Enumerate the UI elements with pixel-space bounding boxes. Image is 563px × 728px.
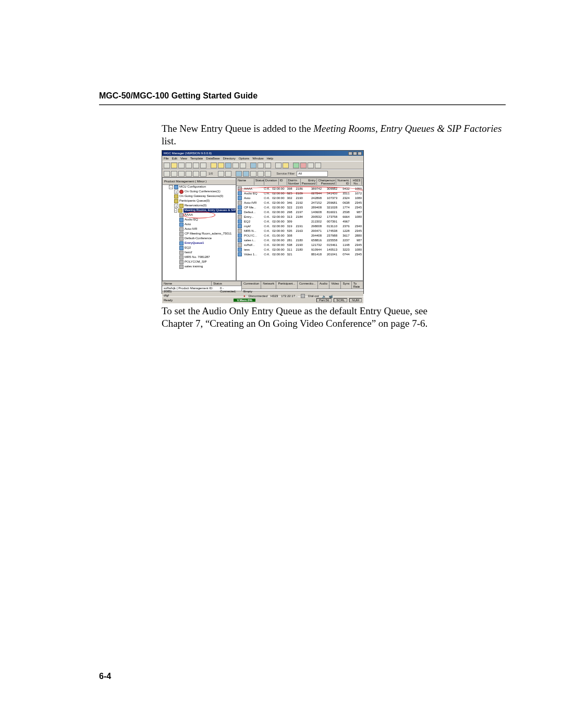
table-row[interactable]: EQ2O.K.02:00:003092115020073914967	[237, 219, 363, 224]
toolbar-button[interactable]	[200, 163, 206, 168]
toolbar-button[interactable]	[258, 171, 264, 177]
toolbar-button[interactable]	[293, 163, 299, 168]
menu-database[interactable]: DataBase	[206, 157, 219, 160]
room-icon	[179, 237, 183, 241]
doc-header-rule	[99, 104, 506, 105]
tree-item[interactable]: Participants Queue(0)	[163, 199, 236, 204]
toolbar-button[interactable]	[250, 171, 256, 177]
expand-icon[interactable]: +	[174, 190, 178, 194]
toolbar-button[interactable]	[236, 171, 242, 177]
page-number: 6-4	[99, 672, 111, 681]
tree-panel[interactable]: Product Management ( Minor ) − MCU Confi…	[162, 178, 236, 281]
tree-item[interactable]: MR5 No. 7081287	[163, 255, 236, 260]
toolbar-button[interactable]	[265, 163, 271, 168]
toolbar-button[interactable]	[193, 171, 199, 177]
toolbar-button[interactable]	[218, 163, 224, 168]
menu-help[interactable]: Help	[267, 157, 273, 160]
toolbar-button[interactable]	[193, 163, 199, 168]
menu-template[interactable]: Template	[190, 157, 203, 160]
maximize-button[interactable]	[353, 152, 357, 155]
paragraph-1: The New Entry Queue is added to the Meet…	[162, 122, 506, 147]
toolbar-button[interactable]	[186, 171, 192, 177]
toolbar-button[interactable]	[164, 163, 170, 168]
table-row[interactable]: CP Me...O.K.02:00:0032221932894083210281…	[237, 205, 363, 209]
toolbar-button[interactable]	[275, 163, 282, 168]
bottom-right-row[interactable]: Empty	[242, 289, 363, 293]
toolbar-button[interactable]	[186, 163, 192, 168]
toolbar-button[interactable]	[308, 163, 314, 168]
toolbar-button[interactable]	[178, 163, 185, 168]
menu-window[interactable]: Window	[252, 157, 263, 160]
bottom-left-row[interactable]: svfhsfvjk ( Product Management ID: 2085)…	[162, 286, 241, 293]
tree-item[interactable]: POLYCOM_SIP	[163, 260, 236, 265]
toolbar-filter-dropdown[interactable]: All	[297, 171, 328, 177]
minimize-button[interactable]	[348, 152, 352, 155]
tree-item[interactable]: sales training	[163, 265, 236, 269]
tree-item[interactable]: + On Going Conferences(1)	[163, 190, 236, 194]
toolbar-button[interactable]	[225, 171, 231, 177]
toolbar-button[interactable]	[171, 171, 177, 177]
toolbar-button[interactable]	[211, 163, 217, 168]
window-titlebar[interactable]: MGC Manager (VERSION 9.0.0.9)	[162, 151, 363, 156]
tree-item[interactable]: CP Meeting Room_adams_75011	[163, 232, 236, 237]
table-row[interactable]: tessO.K.02:00:00311218091094414051332231…	[237, 247, 363, 252]
tree-item-group-selected[interactable]: − Meeting Rooms, Entry Queues & SIP Fact…	[163, 208, 236, 213]
table-row[interactable]: Defaul...O.K.02:00:002982197140608816021…	[237, 209, 363, 214]
toolbar-button[interactable]	[265, 171, 271, 177]
toolbar-button[interactable]	[178, 171, 185, 177]
menu-bar[interactable]: File Edit View Template DataBase Directo…	[162, 156, 363, 161]
toolbar-button[interactable]	[200, 171, 206, 177]
tree-item[interactable]: Auto-IVR	[163, 227, 236, 232]
table-row[interactable]: MR5 N...O.K.02:00:0053521632904711745381…	[237, 228, 363, 233]
status-chip: SCRL	[334, 298, 347, 302]
table-panel[interactable]: Name Status Duration ID Dial-In Number E…	[236, 178, 363, 281]
mgc-manager-window: MGC Manager (VERSION 9.0.0.9) File Edit …	[162, 150, 364, 294]
toolbar-button[interactable]	[243, 171, 249, 177]
table-header-row: Name Status Duration ID Dial-In Number E…	[237, 178, 363, 186]
entryqueue-icon	[179, 218, 183, 222]
table-row[interactable]: Audio EQO.K.02:00:0032521890278445414503…	[237, 191, 363, 195]
bottom-left-panel: Name Status svfhsfvjk ( Product Manageme…	[162, 281, 242, 291]
tree-item[interactable]: fastcf	[163, 251, 236, 255]
tree-item[interactable]: Default-Conference	[163, 237, 236, 241]
toolbar-button[interactable]	[218, 171, 224, 177]
table-row[interactable]: mykfO.K.02:00:00319219129800801311023762…	[237, 224, 363, 228]
table-row[interactable]: AutoO.K.02:00:00302219024289810737323241…	[237, 195, 363, 200]
toolbar-button[interactable]	[300, 163, 307, 168]
toolbar-button[interactable]	[283, 163, 289, 168]
toolbar-button[interactable]	[315, 163, 321, 168]
tree-item[interactable]: AAAA	[163, 213, 236, 218]
tree-item[interactable]: Auto	[163, 223, 236, 227]
menu-file[interactable]: File	[164, 157, 169, 160]
toolbar-button[interactable]	[258, 163, 264, 168]
menu-view[interactable]: View	[180, 157, 187, 160]
toolbar-button[interactable]	[240, 163, 246, 168]
toolbar-button[interactable]	[225, 163, 231, 168]
toolbar-button[interactable]	[232, 163, 239, 168]
table-row[interactable]: svfhdf...O.K.02:00:005382190121732015461…	[237, 242, 363, 247]
toolbar-button[interactable]	[171, 163, 177, 168]
collapse-icon[interactable]: −	[174, 208, 177, 213]
tree-root[interactable]: − MCU Configuration	[163, 185, 236, 190]
expand-icon[interactable]: +	[174, 204, 178, 208]
tree-item[interactable]: EntryQueue1	[163, 241, 236, 246]
toolbar-button[interactable]	[164, 171, 170, 177]
close-button[interactable]	[358, 152, 362, 155]
tree-item[interactable]: On Going Gateway Sessions(0)	[163, 194, 236, 199]
table-row[interactable]: sales t...O.K.02:00:00281218065881622555…	[237, 238, 363, 242]
tree-item-audio-eq[interactable]: Audio EQ	[163, 218, 236, 223]
table-row[interactable]: Video 1...O.K.02:00:00321881418201041074…	[237, 252, 363, 256]
table-row[interactable]: AAAAO.K.02:00:00398218638974230998254321…	[237, 186, 363, 191]
entryqueue-icon	[179, 241, 183, 245]
tree-item[interactable]: EQ2	[163, 246, 236, 251]
table-row[interactable]: Entry...O.K.02:00:0031321842905321737586…	[237, 214, 363, 219]
menu-options[interactable]: Options	[239, 157, 250, 160]
tree-item[interactable]: + Reservations(0)	[163, 204, 236, 208]
collapse-icon[interactable]: −	[169, 185, 173, 189]
menu-edit[interactable]: Edit	[172, 157, 177, 160]
toolbar-button[interactable]	[250, 163, 256, 168]
bottom-left-row[interactable]: dfgf	[162, 293, 241, 298]
menu-directory[interactable]: Directory	[223, 157, 236, 160]
table-row[interactable]: Auto-IVRO.K.02:00:0034621922471522596810…	[237, 200, 363, 205]
table-row[interactable]: POLYC...O.K.01:00:0030829440823798836172…	[237, 233, 363, 238]
